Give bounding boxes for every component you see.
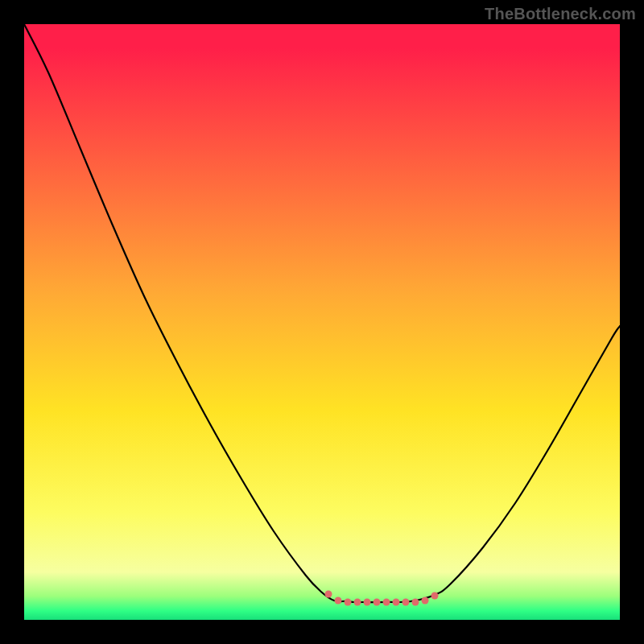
valley-dot — [345, 599, 352, 606]
valley-dot — [325, 591, 332, 598]
bottleneck-chart — [0, 0, 644, 644]
valley-dot — [412, 599, 419, 606]
valley-dot — [402, 599, 410, 606]
valley-dot — [354, 599, 361, 606]
gradient-background — [24, 24, 620, 620]
valley-dot — [422, 597, 429, 605]
valley-dot — [364, 599, 371, 606]
valley-dot — [374, 599, 381, 606]
valley-dot — [431, 592, 439, 600]
valley-dot — [335, 597, 342, 605]
valley-dot — [393, 599, 400, 606]
valley-dot — [383, 599, 390, 606]
chart-stage: TheBottleneck.com — [0, 0, 644, 644]
